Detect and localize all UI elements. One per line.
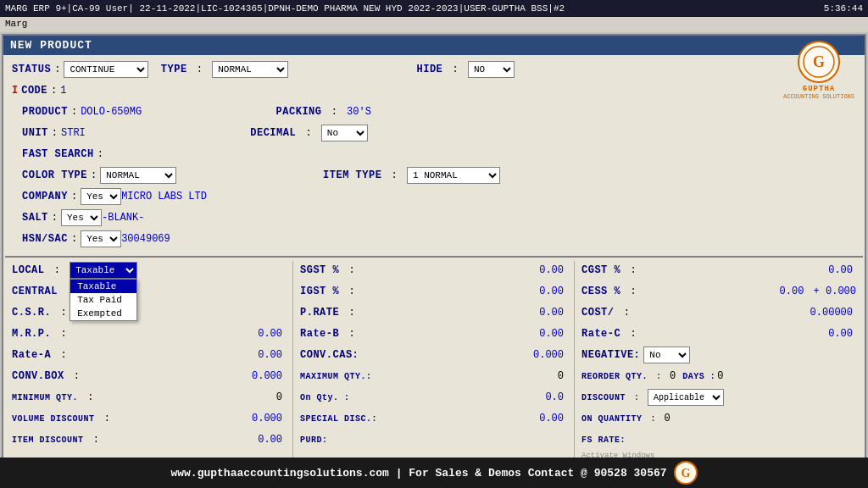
rate-b-value: 0.00 (539, 328, 567, 340)
sgst-row: SGST % : 0.00 (300, 261, 567, 280)
salt-yes-select[interactable]: Yes No (61, 209, 102, 226)
local-row: LOCAL : Taxable Tax Paid Exempted Taxabl… (12, 261, 286, 280)
hsn-yes-select[interactable]: Yes No (81, 230, 121, 247)
discount-select[interactable]: Applicable Not Applicable (648, 389, 724, 406)
code-label: CODE (21, 85, 47, 97)
footer-logo: G (674, 461, 698, 485)
type-select[interactable]: NORMAL LOOSE (212, 61, 288, 78)
rate-c-value: 0.00 (828, 328, 856, 340)
company-yes-select[interactable]: Yes No (81, 188, 121, 205)
code-value: 1 (60, 85, 66, 97)
vol-disc-row: VOLUME DISCOUNT : 0.000 (12, 409, 286, 428)
discount-row: DISCOUNT : Applicable Not Applicable (581, 388, 856, 407)
conv-box-value: 0.000 (252, 370, 286, 382)
vol-disc-label: VOLUME DISCOUNT (12, 414, 95, 424)
rate-c-row: Rate-C : 0.00 (581, 324, 856, 343)
reorder-label: REORDER QTY. (581, 372, 648, 381)
menu-item-marg[interactable]: Marg (5, 19, 27, 29)
hide-select[interactable]: NO YES (468, 61, 515, 78)
right-col: CGST % : 0.00 CESS % : 0.00 + 0.000 COST… (575, 261, 856, 468)
local-label: LOCAL (12, 264, 45, 276)
guptha-logo: G GUPTHA ACCOUNTING SOLUTIONS (783, 41, 854, 100)
mrp-label: M.R.P. (12, 328, 51, 340)
local-dropdown-wrapper[interactable]: Taxable Tax Paid Exempted Taxable Tax Pa… (70, 262, 137, 279)
p-rate-label: P.RATE (300, 307, 339, 319)
on-qty-value: 0.0 (545, 391, 567, 403)
salt-label: SALT (22, 212, 48, 224)
footer-text: www.gupthaaccountingsolutions.com | For … (170, 467, 666, 480)
on-qty-label: On Qty. : (300, 393, 350, 402)
conv-box-label: CONV.BOX (12, 370, 64, 382)
max-qty-row: MAXIMUM QTY.: 0 (300, 367, 567, 385)
mrp-value: 0.00 (258, 328, 286, 340)
svg-text:G: G (813, 53, 825, 70)
max-qty-value: 0 (558, 370, 567, 382)
item-type-label: ITEM TYPE (323, 169, 381, 181)
color-type-label: COLOR TYPE (22, 169, 87, 181)
negative-row: NEGATIVE: No Yes (581, 346, 856, 364)
purd-label: PURD: (300, 435, 328, 445)
negative-select[interactable]: No Yes (643, 347, 690, 363)
local-dropdown-menu[interactable]: Taxable Tax Paid Exempted (70, 279, 137, 321)
conv-box-row: CONV.BOX : 0.000 (12, 367, 286, 385)
on-quantity-label: ON QUANTITY (581, 414, 643, 424)
dropdown-exempted[interactable]: Exempted (70, 307, 136, 320)
status-row: STATUS : CONTINUE DISCONTINUE TYPE : NOR… (12, 60, 856, 79)
cess-label: CESS % (581, 286, 620, 297)
main-window: NEW PRODUCT STATUS : CONTINUE DISCONTINU… (2, 34, 866, 471)
dropdown-taxpaid[interactable]: Tax Paid (70, 293, 136, 307)
mrp-row: M.R.P. : 0.00 (12, 324, 286, 343)
csr-label: C.S.R. (12, 307, 51, 319)
negative-label: NEGATIVE: (581, 349, 640, 361)
status-label: STATUS (12, 64, 51, 75)
salt-row: SALT : Yes No -BLANK- (12, 208, 856, 227)
days-value: 0 (717, 370, 723, 382)
fast-search-row: FAST SEARCH : (12, 145, 856, 164)
item-type-select[interactable]: 1 NORMAL 2 LOOSE (407, 167, 500, 184)
company-label: COMPANY (22, 191, 68, 202)
rate-a-value: 0.00 (258, 349, 286, 361)
status-select[interactable]: CONTINUE DISCONTINUE (64, 61, 148, 78)
central-label: CENTRAL (12, 286, 58, 297)
special-disc-label: SPECIAL DISC.: (300, 414, 377, 424)
type-label: TYPE (161, 64, 187, 75)
unit-label: UNIT (22, 127, 48, 139)
product-row: PRODUCT : DOLO-650MG PACKING : 30'S (12, 103, 856, 121)
igst-value: 0.00 (539, 286, 567, 297)
item-disc-label: ITEM DISCOUNT (12, 435, 84, 445)
local-select[interactable]: Taxable Tax Paid Exempted (70, 262, 137, 279)
dropdown-taxable[interactable]: Taxable (70, 280, 136, 293)
rate-a-label: Rate-A (12, 349, 51, 361)
bottom-grid: LOCAL : Taxable Tax Paid Exempted Taxabl… (12, 261, 856, 468)
cgst-row: CGST % : 0.00 (581, 261, 856, 280)
code-row: I CODE : 1 (12, 81, 856, 100)
min-qty-row: MINIMUM QTY. : 0 (12, 388, 286, 407)
cess-value: 0.00 (780, 286, 808, 297)
logo-subtitle: ACCOUNTING SOLUTIONS (783, 93, 854, 100)
time-display: 5:36:44 (824, 3, 863, 14)
days-label: DAYS : (682, 372, 715, 381)
packing-label: PACKING (276, 106, 322, 118)
purd-row: PURD: (300, 430, 567, 449)
on-qty-row: On Qty. : 0.0 (300, 388, 567, 407)
product-label: PRODUCT (22, 106, 68, 118)
menu-bar[interactable]: Marg (0, 17, 868, 32)
logo-name: GUPTHA (803, 85, 835, 93)
fast-search-label: FAST SEARCH (22, 148, 94, 160)
fsrate-row: FS RATE: (581, 430, 856, 449)
color-type-select[interactable]: NORMAL RED BLUE (100, 167, 176, 184)
cost-row: COST/ : 0.00000 (581, 303, 856, 322)
item-disc-row: ITEM DISCOUNT : 0.00 (12, 430, 286, 449)
discount-label: DISCOUNT (581, 393, 626, 402)
cgst-label: CGST % (581, 264, 620, 276)
rate-c-label: Rate-C (581, 328, 620, 340)
csr-row: C.S.R. : (12, 303, 286, 322)
reorder-row: REORDER QTY. : 0 DAYS : 0 (581, 367, 856, 385)
product-value: DOLO-650MG (81, 106, 142, 118)
conv-cas-row: CONV.CAS: 0.000 (300, 346, 567, 364)
on-quantity-row: ON QUANTITY : 0 (581, 409, 856, 428)
decimal-select[interactable]: No Yes (321, 125, 368, 141)
footer-bar: www.gupthaaccountingsolutions.com | For … (0, 458, 868, 488)
sgst-value: 0.00 (539, 264, 567, 276)
unit-value: STRI (61, 127, 86, 139)
